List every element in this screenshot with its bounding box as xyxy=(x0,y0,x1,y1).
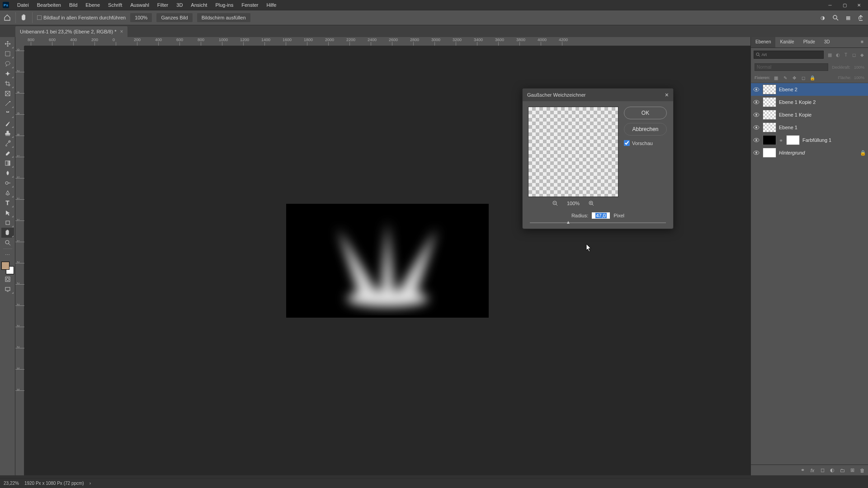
filter-shape-icon[interactable]: ◻ xyxy=(851,52,857,58)
zoom-tool[interactable] xyxy=(1,238,14,248)
gradient-tool[interactable] xyxy=(1,158,14,168)
menu-fenster[interactable]: Fenster xyxy=(238,1,262,9)
layer-row[interactable]: Ebene 1 xyxy=(751,121,868,134)
layer-thumbnail[interactable] xyxy=(763,122,776,132)
layer-name-label[interactable]: Farbfüllung 1 xyxy=(802,137,831,143)
link-layers-icon[interactable]: ⚭ xyxy=(799,467,806,474)
layer-thumbnail[interactable] xyxy=(763,148,776,158)
lock-all-icon[interactable]: 🔒 xyxy=(809,75,816,81)
menu-hilfe[interactable]: Hilfe xyxy=(263,1,280,9)
blur-tool[interactable] xyxy=(1,168,14,178)
layer-row[interactable]: ⚭Farbfüllung 1 xyxy=(751,134,868,146)
layer-filter-search[interactable]: Art xyxy=(754,51,824,59)
close-button[interactable]: ✕ xyxy=(853,1,865,9)
lock-icon[interactable]: 🔒 xyxy=(860,150,866,156)
layer-group-icon[interactable]: 🗀 xyxy=(839,467,845,474)
panel-menu-icon[interactable]: ≡ xyxy=(856,37,868,47)
menu-schrift[interactable]: Schrift xyxy=(104,1,126,9)
eraser-tool[interactable] xyxy=(1,148,14,158)
opacity-value[interactable]: 100% xyxy=(854,65,864,70)
stamp-tool[interactable] xyxy=(1,128,14,138)
shape-tool[interactable] xyxy=(1,218,14,228)
visibility-icon[interactable] xyxy=(753,149,760,156)
menu-3d[interactable]: 3D xyxy=(173,1,186,9)
layer-name-label[interactable]: Ebene 1 Kopie xyxy=(779,112,811,117)
visibility-icon[interactable] xyxy=(753,86,760,93)
adjustment-layer-icon[interactable]: ◐ xyxy=(829,467,835,474)
layer-row[interactable]: Ebene 1 Kopie xyxy=(751,108,868,121)
layer-name-label[interactable]: Ebene 1 Kopie 2 xyxy=(779,99,816,105)
visibility-icon[interactable] xyxy=(753,99,760,106)
layer-thumbnail[interactable] xyxy=(763,97,776,107)
dialog-close-icon[interactable]: × xyxy=(665,91,669,99)
zoom-in-icon[interactable] xyxy=(588,200,595,207)
tab-3d[interactable]: 3D xyxy=(820,37,835,47)
filter-type-icon[interactable]: T xyxy=(843,52,849,58)
move-tool[interactable] xyxy=(1,39,14,49)
layer-row[interactable]: Hintergrund🔒 xyxy=(751,146,868,159)
slider-thumb-icon[interactable]: ▲ xyxy=(566,220,571,224)
layer-mask-icon[interactable]: ◻ xyxy=(819,467,826,474)
mask-thumbnail[interactable] xyxy=(786,135,800,145)
status-arrow-icon[interactable]: › xyxy=(90,481,91,486)
type-tool[interactable]: T xyxy=(1,198,14,208)
layer-thumbnail[interactable] xyxy=(763,84,776,94)
filter-smart-icon[interactable]: ◆ xyxy=(859,52,865,58)
lasso-tool[interactable] xyxy=(1,59,14,69)
layer-name-label[interactable]: Ebene 1 xyxy=(779,125,797,130)
minimize-button[interactable]: ─ xyxy=(824,1,836,9)
tab-kanaele[interactable]: Kanäle xyxy=(775,37,798,47)
menu-bild[interactable]: Bild xyxy=(66,1,81,9)
pen-tool[interactable] xyxy=(1,188,14,198)
quick-mask-tool[interactable] xyxy=(1,274,14,284)
visibility-icon[interactable] xyxy=(753,124,760,131)
lock-position-icon[interactable]: ✥ xyxy=(791,75,797,81)
menu-datei[interactable]: Datei xyxy=(14,1,33,9)
hand-tool[interactable] xyxy=(1,228,14,238)
link-mask-icon[interactable]: ⚭ xyxy=(779,138,783,142)
maximize-button[interactable]: ▢ xyxy=(838,1,851,9)
zoom-status[interactable]: 23,22% xyxy=(4,481,19,486)
tab-ebenen[interactable]: Ebenen xyxy=(751,37,775,47)
fill-screen-button[interactable]: Bildschirm ausfüllen xyxy=(197,13,250,22)
menu-filter[interactable]: Filter xyxy=(154,1,172,9)
lock-paint-icon[interactable]: ✎ xyxy=(782,75,788,81)
frame-tool[interactable] xyxy=(1,89,14,99)
zoom-out-icon[interactable] xyxy=(552,200,559,207)
hand-tool-icon[interactable] xyxy=(20,14,28,21)
ruler-origin[interactable] xyxy=(15,37,24,46)
document-tab[interactable]: Unbenannt-1 bei 23,2% (Ebene 2, RGB/8) *… xyxy=(15,26,127,37)
visibility-icon[interactable] xyxy=(753,136,760,144)
eyedropper-tool[interactable] xyxy=(1,99,14,108)
history-brush-tool[interactable] xyxy=(1,138,14,148)
home-icon[interactable] xyxy=(4,14,11,21)
preview-area[interactable] xyxy=(528,107,618,197)
layer-name-label[interactable]: Hintergrund xyxy=(779,150,805,155)
share-icon[interactable] xyxy=(857,14,864,21)
delete-layer-icon[interactable]: 🗑 xyxy=(859,467,865,474)
lock-transparent-icon[interactable]: ▦ xyxy=(773,75,779,81)
zoom-100-button[interactable]: 100% xyxy=(130,13,152,22)
layer-thumbnail[interactable] xyxy=(763,135,776,145)
new-layer-icon[interactable]: ⊞ xyxy=(849,467,855,474)
layer-thumbnail[interactable] xyxy=(763,110,776,120)
lock-artboard-icon[interactable]: ◻ xyxy=(800,75,807,81)
scroll-all-windows-checkbox[interactable]: Bildlauf in allen Fenstern durchführen xyxy=(37,15,126,20)
fit-whole-button[interactable]: Ganzes Bild xyxy=(156,13,192,22)
cancel-button[interactable]: Abbrechen xyxy=(624,123,667,136)
quick-select-tool[interactable] xyxy=(1,69,14,79)
path-select-tool[interactable] xyxy=(1,208,14,218)
menu-ansicht[interactable]: Ansicht xyxy=(187,1,211,9)
layer-name-label[interactable]: Ebene 2 xyxy=(779,87,797,92)
visibility-icon[interactable] xyxy=(753,111,760,118)
menu-plugins[interactable]: Plug-ins xyxy=(212,1,237,9)
foreground-color-swatch[interactable] xyxy=(1,262,9,270)
screen-mode-tool[interactable] xyxy=(1,284,14,294)
horizontal-ruler[interactable]: 8006004002000200400600800100012001400160… xyxy=(24,37,750,46)
filter-image-icon[interactable]: ▦ xyxy=(826,52,833,58)
blend-mode-select[interactable]: Normal xyxy=(755,63,828,71)
radius-input[interactable]: 47,0 xyxy=(592,212,610,219)
healing-tool[interactable] xyxy=(1,108,14,118)
edit-toolbar[interactable]: ⋯ xyxy=(1,250,14,260)
menu-ebene[interactable]: Ebene xyxy=(82,1,104,9)
